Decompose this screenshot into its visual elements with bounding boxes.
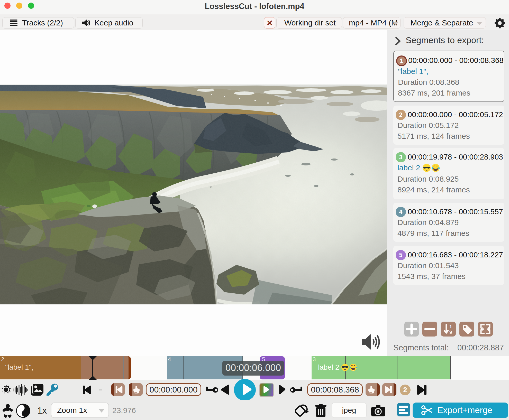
svg-text:9: 9 [449,330,452,335]
svg-text:1: 1 [449,324,452,329]
